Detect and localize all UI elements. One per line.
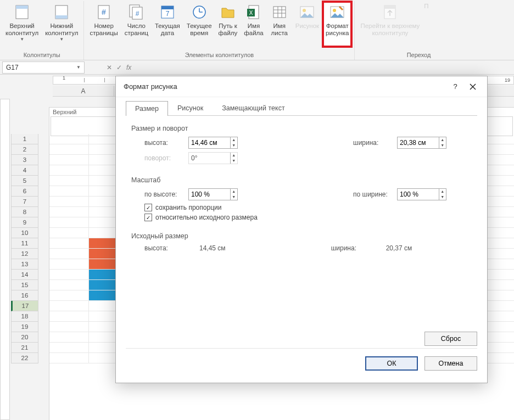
lock-aspect-checkbox[interactable]: ✓ сохранить пропорции (144, 204, 477, 211)
file-path-button[interactable]: Путь к файлу (215, 1, 241, 47)
reset-button[interactable]: Сброс (424, 332, 477, 346)
relative-original-checkbox[interactable]: ✓ относительно исходного размера (144, 214, 477, 221)
row-header-cell[interactable]: 2 (11, 144, 38, 155)
svg-rect-28 (384, 5, 395, 9)
row-header-cell[interactable]: 9 (11, 217, 38, 228)
goto-footer-button[interactable]: П (423, 1, 429, 47)
excel-file-icon: X (244, 3, 263, 21)
dialog-help-button[interactable]: ? (446, 79, 464, 95)
grid-cell[interactable] (49, 176, 89, 186)
accept-formula-icon[interactable]: ✓ (116, 64, 122, 71)
width-value[interactable] (398, 139, 439, 147)
grid-cell[interactable] (49, 322, 89, 332)
cancel-button[interactable]: Отмена (424, 356, 477, 371)
grid-cell[interactable] (49, 301, 89, 311)
format-picture-button[interactable]: Формат рисунка (322, 1, 352, 47)
grid-cell[interactable] (49, 186, 89, 196)
spin-up-icon[interactable]: ▲ (439, 189, 446, 194)
spin-up-icon[interactable]: ▲ (439, 137, 446, 143)
row-header-cell[interactable]: 15 (11, 280, 38, 290)
file-name-button[interactable]: X Имя файла (241, 1, 266, 47)
spin-up-icon[interactable]: ▲ (231, 189, 237, 194)
grid-cell[interactable] (49, 343, 89, 352)
grid-cell[interactable] (49, 217, 89, 227)
spin-down-icon[interactable]: ▼ (439, 194, 446, 200)
row-header-cell[interactable]: 3 (11, 155, 38, 165)
row-header-cell[interactable]: 4 (11, 165, 38, 176)
scale-height-value[interactable] (189, 191, 230, 198)
grid-cell[interactable] (49, 311, 89, 321)
formula-area: ✕ ✓ fx (107, 64, 131, 71)
goto-header-button[interactable]: Перейти к верхнему колонтитулу (357, 1, 423, 47)
height-value[interactable] (189, 139, 230, 147)
row-header-cell[interactable]: 16 (11, 290, 38, 301)
grid-cell[interactable] (49, 134, 89, 144)
row-header-cell[interactable]: 21 (11, 343, 38, 353)
scale-height-input[interactable]: ▲▼ (188, 188, 238, 200)
row-header-cell[interactable]: 7 (11, 197, 38, 207)
grid-cell[interactable] (49, 259, 89, 269)
fx-icon[interactable]: fx (126, 64, 131, 71)
grid-cell[interactable] (49, 165, 89, 175)
grid-cell[interactable] (49, 197, 89, 206)
page-number-button[interactable]: # Номер страницы (86, 1, 121, 47)
spin-down-icon[interactable]: ▼ (439, 143, 446, 148)
row-header-cell[interactable]: 14 (11, 270, 38, 280)
height-input[interactable]: ▲▼ (188, 137, 238, 149)
row-header-cell[interactable]: 8 (11, 207, 38, 217)
row-header-cell[interactable]: 11 (11, 238, 38, 249)
current-date-button[interactable]: 7 Текущая дата (152, 1, 183, 47)
scale-width-value[interactable] (398, 191, 439, 198)
grid-cell[interactable] (49, 238, 89, 248)
grid-cell[interactable] (49, 155, 89, 165)
footer-button[interactable]: Нижний колонтитул ▼ (42, 1, 81, 47)
page-count-button[interactable]: # Число страниц (121, 1, 152, 47)
grid-cell[interactable] (49, 353, 89, 363)
dialog-close-button[interactable] (464, 79, 482, 95)
row-header-cell[interactable]: 20 (11, 332, 38, 343)
sheet-name-button[interactable]: Имя листа (267, 1, 292, 47)
chevron-down-icon[interactable]: ▼ (76, 65, 81, 70)
column-header-cell[interactable]: A (53, 86, 114, 96)
header-button[interactable]: Верхний колонтитул ▼ (2, 1, 42, 47)
row-header-cell[interactable]: 13 (11, 259, 38, 270)
spin-up-icon: ▲ (231, 153, 237, 158)
grid-cell[interactable] (49, 280, 89, 290)
row-header-cell[interactable]: 1 (11, 134, 38, 144)
scale-width-input[interactable]: ▲▼ (397, 188, 446, 200)
row-header-cell[interactable]: 19 (11, 322, 38, 332)
row-header-cell[interactable]: 22 (11, 353, 38, 363)
row-header-cell[interactable]: 10 (11, 228, 38, 238)
row-header-cell[interactable]: 5 (11, 176, 38, 186)
ok-button[interactable]: ОК (365, 356, 418, 371)
checkbox-icon: ✓ (144, 204, 152, 211)
tab-picture[interactable]: Рисунок (168, 100, 213, 115)
spin-down-icon[interactable]: ▼ (231, 143, 237, 148)
goto-footer-label: П (424, 3, 428, 10)
picture-button[interactable]: Рисунок (292, 1, 322, 47)
grid-cell[interactable] (49, 228, 89, 238)
label-orig-width: ширина: (331, 244, 375, 252)
grid-cell[interactable] (49, 332, 89, 342)
grid-cell[interactable] (49, 144, 89, 154)
dialog-tabs: Размер Рисунок Замещающий текст (126, 100, 477, 116)
row-header-cell[interactable]: 12 (11, 249, 38, 259)
format-picture-dialog: Формат рисунка ? Размер Рисунок Замещающ… (115, 76, 488, 383)
pages-hash-icon: # (127, 3, 146, 21)
grid-cell[interactable] (49, 249, 89, 259)
format-picture-label: Формат рисунка (326, 23, 349, 37)
tab-alt-text[interactable]: Замещающий текст (213, 100, 294, 115)
row-header-cell[interactable]: 6 (11, 186, 38, 197)
spin-down-icon[interactable]: ▼ (231, 194, 237, 200)
current-time-button[interactable]: Текущее время (183, 1, 215, 47)
grid-cell[interactable] (49, 207, 89, 217)
spin-up-icon[interactable]: ▲ (231, 137, 237, 143)
cancel-formula-icon[interactable]: ✕ (107, 64, 112, 71)
row-header-cell[interactable]: 17 (11, 301, 38, 311)
tab-size[interactable]: Размер (126, 101, 168, 116)
width-input[interactable]: ▲▼ (397, 137, 446, 149)
grid-cell[interactable] (49, 290, 89, 300)
grid-cell[interactable] (49, 270, 89, 279)
name-box[interactable]: G17 ▼ (2, 61, 85, 74)
row-header-cell[interactable]: 18 (11, 311, 38, 322)
